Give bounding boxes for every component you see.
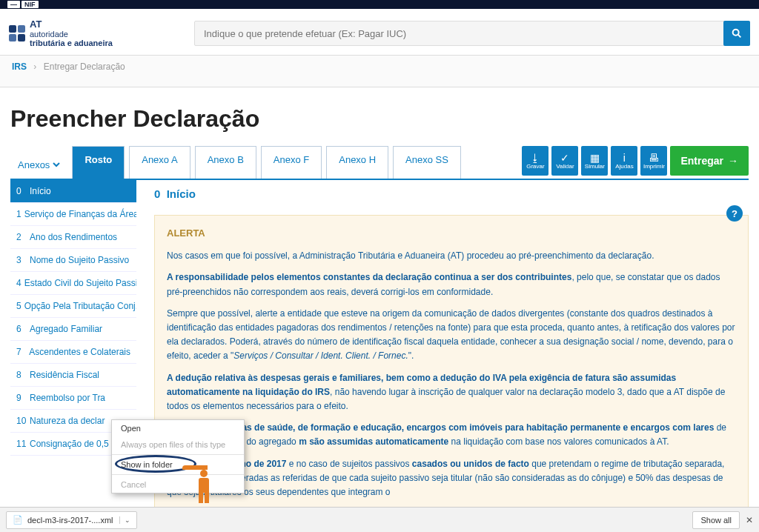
logo-text: AT autoridade tributária e aduaneira xyxy=(30,19,113,47)
context-show-in-folder[interactable]: Show in folder xyxy=(112,456,244,473)
tab-rosto[interactable]: Rosto xyxy=(72,146,125,179)
breadcrumb: IRS › Entregar Declaração xyxy=(0,55,759,87)
browser-download-bar: 📄 decl-m3-irs-2017-....xml ⌄ Show all ✕ xyxy=(0,507,759,532)
chevron-down-icon xyxy=(53,161,60,168)
anexos-label: Anexos xyxy=(18,159,50,170)
download-icon: ⭳ xyxy=(530,153,540,163)
breadcrumb-current: Entregar Declaração xyxy=(44,61,125,72)
logo[interactable]: AT autoridade tributária e aduaneira xyxy=(9,19,194,47)
side-item-agregado-familiar[interactable]: 6Agregado Familiar xyxy=(10,318,136,341)
alert-p2: A responsabilidade pelos elementos const… xyxy=(167,270,736,299)
download-chip[interactable]: 📄 decl-m3-irs-2017-....xml ⌄ xyxy=(6,511,137,529)
tab-anexo-ss[interactable]: Anexo SS xyxy=(393,146,461,179)
ajudas-button[interactable]: iAjudas xyxy=(611,146,637,176)
breadcrumb-separator: › xyxy=(33,61,36,72)
svg-point-0 xyxy=(733,30,739,36)
side-item-inicio[interactable]: 0Início xyxy=(10,180,136,203)
info-icon: i xyxy=(623,153,626,163)
chevron-down-icon[interactable]: ⌄ xyxy=(119,516,130,524)
page-title: Preencher Declaração xyxy=(10,105,749,133)
topbar-indicator-1: ― xyxy=(7,1,20,8)
gravar-button[interactable]: ⭳Gravar xyxy=(522,146,548,176)
tabs-row: Anexos Rosto Anexo A Anexo B Anexo F Ane… xyxy=(10,146,749,180)
side-item-reembolso[interactable]: 9Reembolso por Tra xyxy=(10,387,136,410)
file-icon: 📄 xyxy=(13,515,23,525)
simular-button[interactable]: ▦Simular xyxy=(581,146,608,176)
side-item-residencia-fiscal[interactable]: 8Residência Fiscal xyxy=(10,364,136,387)
show-all-button[interactable]: Show all xyxy=(692,511,740,529)
tab-anexo-f[interactable]: Anexo F xyxy=(261,146,322,179)
side-item-ascendentes[interactable]: 7Ascendentes e Colaterais xyxy=(10,341,136,364)
context-always-open: Always open files of this type xyxy=(112,436,244,453)
close-download-bar[interactable]: ✕ xyxy=(746,515,753,525)
alert-p5: elativas às despesas de saúde, de formaç… xyxy=(167,421,736,449)
breadcrumb-root[interactable]: IRS xyxy=(12,61,27,72)
window-top-bar: ― NIF xyxy=(0,0,759,9)
arrow-right-icon: → xyxy=(728,155,738,167)
tab-anexo-h[interactable]: Anexo H xyxy=(326,146,388,179)
calculator-icon: ▦ xyxy=(590,153,600,163)
download-filename: decl-m3-irs-2017-....xml xyxy=(27,516,113,525)
search-button[interactable] xyxy=(723,21,750,46)
site-header: AT autoridade tributária e aduaneira xyxy=(0,9,759,55)
alert-title: ALERTA xyxy=(167,226,736,242)
search-bar xyxy=(194,21,750,46)
search-input[interactable] xyxy=(194,21,750,46)
download-context-menu: Open Always open files of this type Show… xyxy=(111,419,245,493)
logo-icon xyxy=(9,25,25,41)
section-title: 0 Início xyxy=(154,187,749,200)
alert-p1: Nos casos em que foi possível, a Adminis… xyxy=(167,249,736,263)
search-icon xyxy=(731,27,743,39)
validar-button[interactable]: ✓Validar xyxy=(551,146,578,176)
alert-p4: A dedução relativa às despesas gerais e … xyxy=(167,371,736,414)
side-item-ano-rendimentos[interactable]: 2Ano dos Rendimentos xyxy=(10,226,136,249)
anexos-dropdown[interactable]: Anexos xyxy=(10,146,67,179)
context-cancel: Cancel xyxy=(112,476,244,493)
imprimir-button[interactable]: 🖶Imprimir xyxy=(640,146,667,176)
alert-p6: relativamente ao ano de 2017 e no caso d… xyxy=(167,457,736,500)
side-item-servico-financas[interactable]: 1Serviço de Finanças da Área... xyxy=(10,203,136,226)
side-item-nome-sujeito[interactable]: 3Nome do Sujeito Passivo xyxy=(10,249,136,272)
tab-anexo-a[interactable]: Anexo A xyxy=(129,146,190,179)
alert-p3: Sempre que possível, alerte a entidade q… xyxy=(167,307,736,364)
context-open[interactable]: Open xyxy=(112,420,244,436)
svg-line-1 xyxy=(738,35,741,38)
print-icon: 🖶 xyxy=(649,153,659,163)
annotation-pointer-icon xyxy=(191,462,216,503)
topbar-indicator-2: NIF xyxy=(21,1,39,8)
check-icon: ✓ xyxy=(560,153,569,163)
side-item-estado-civil[interactable]: 4Estado Civil do Sujeito Passi... xyxy=(10,272,136,295)
entregar-button[interactable]: Entregar → xyxy=(670,146,749,176)
side-item-opcao-tributacao[interactable]: 5Opção Pela Tributação Conj... xyxy=(10,295,136,318)
toolbar: ⭳Gravar ✓Validar ▦Simular iAjudas 🖶Impri… xyxy=(522,146,749,179)
tab-anexo-b[interactable]: Anexo B xyxy=(195,146,256,179)
